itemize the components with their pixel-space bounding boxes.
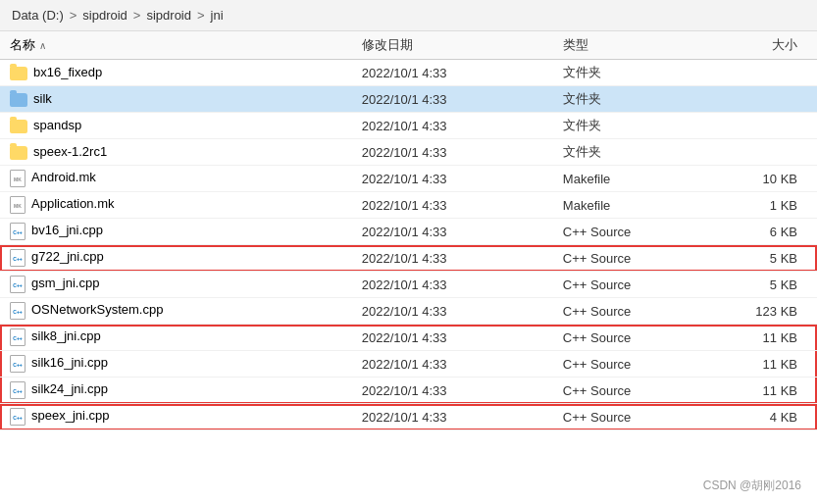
file-size-cell: 123 KB bbox=[716, 298, 817, 325]
file-name-label: bv16_jni.cpp bbox=[31, 223, 103, 237]
file-size-cell bbox=[716, 86, 817, 113]
table-row[interactable]: gsm_jni.cpp2022/10/1 4:33C++ Source5 KB bbox=[0, 272, 817, 298]
mk-icon bbox=[10, 170, 26, 187]
table-row[interactable]: silk16_jni.cpp2022/10/1 4:33C++ Source11… bbox=[0, 351, 817, 378]
file-name-label: silk16_jni.cpp bbox=[31, 355, 108, 370]
table-row[interactable]: silk24_jni.cpp2022/10/1 4:33C++ Source11… bbox=[0, 378, 817, 404]
file-name-label: Android.mk bbox=[31, 170, 96, 184]
file-size-cell bbox=[716, 113, 817, 139]
file-type-cell: C++ Source bbox=[553, 378, 717, 404]
col-header-name[interactable]: 名称 ∧ bbox=[0, 31, 352, 60]
col-header-date[interactable]: 修改日期 bbox=[352, 31, 553, 60]
table-row[interactable]: speex-1.2rc12022/10/1 4:33文件夹 bbox=[0, 139, 817, 166]
file-size-cell bbox=[716, 60, 817, 86]
table-header-row: 名称 ∧ 修改日期 类型 大小 bbox=[0, 31, 817, 60]
file-name-cell: silk8_jni.cpp bbox=[0, 325, 352, 351]
file-type-cell: C++ Source bbox=[553, 219, 717, 245]
breadcrumb-item-sipdroid1[interactable]: sipdroid bbox=[82, 8, 128, 23]
file-size-cell: 5 KB bbox=[716, 245, 817, 272]
file-date-cell: 2022/10/1 4:33 bbox=[352, 298, 553, 325]
file-name-label: g722_jni.cpp bbox=[31, 249, 104, 264]
file-explorer: 名称 ∧ 修改日期 类型 大小 bx16_fixedp2022/10/1 4:3… bbox=[0, 31, 817, 500]
file-date-cell: 2022/10/1 4:33 bbox=[352, 113, 553, 139]
file-date-cell: 2022/10/1 4:33 bbox=[352, 192, 553, 219]
file-date-cell: 2022/10/1 4:33 bbox=[352, 378, 553, 404]
col-header-type[interactable]: 类型 bbox=[553, 31, 717, 60]
file-size-cell: 5 KB bbox=[716, 272, 817, 298]
file-name-cell: spandsp bbox=[0, 113, 352, 139]
file-name-label: speex-1.2rc1 bbox=[33, 144, 107, 159]
file-type-cell: C++ Source bbox=[553, 245, 717, 272]
file-date-cell: 2022/10/1 4:33 bbox=[352, 325, 553, 351]
cpp-icon bbox=[10, 381, 26, 399]
cpp-icon bbox=[10, 302, 26, 320]
file-type-cell: C++ Source bbox=[553, 272, 717, 298]
folder-blue-icon bbox=[10, 93, 27, 107]
file-date-cell: 2022/10/1 4:33 bbox=[352, 404, 553, 430]
table-row[interactable]: bv16_jni.cpp2022/10/1 4:33C++ Source6 KB bbox=[0, 219, 817, 245]
file-date-cell: 2022/10/1 4:33 bbox=[352, 139, 553, 166]
breadcrumb-item-jni[interactable]: jni bbox=[211, 8, 224, 23]
file-type-cell: C++ Source bbox=[553, 404, 717, 430]
file-name-cell: Application.mk bbox=[0, 192, 352, 219]
file-name-label: speex_jni.cpp bbox=[31, 408, 110, 423]
table-row[interactable]: spandsp2022/10/1 4:33文件夹 bbox=[0, 113, 817, 139]
folder-icon bbox=[10, 146, 27, 160]
file-name-cell: silk24_jni.cpp bbox=[0, 378, 352, 404]
file-name-cell: speex-1.2rc1 bbox=[0, 139, 352, 166]
file-name-cell: Android.mk bbox=[0, 166, 352, 192]
table-row[interactable]: g722_jni.cpp2022/10/1 4:33C++ Source5 KB bbox=[0, 245, 817, 272]
file-name-cell: OSNetworkSystem.cpp bbox=[0, 298, 352, 325]
file-name-cell: silk bbox=[0, 86, 352, 113]
file-size-cell: 1 KB bbox=[716, 192, 817, 219]
file-size-cell: 11 KB bbox=[716, 351, 817, 378]
file-name-cell: bv16_jni.cpp bbox=[0, 219, 352, 245]
folder-icon bbox=[10, 120, 27, 133]
file-name-label: bx16_fixedp bbox=[33, 65, 102, 79]
breadcrumb-item-sipdroid2[interactable]: sipdroid bbox=[146, 8, 191, 23]
file-name-cell: gsm_jni.cpp bbox=[0, 272, 352, 298]
file-name-cell: g722_jni.cpp bbox=[0, 245, 352, 272]
file-type-cell: Makefile bbox=[553, 166, 717, 192]
table-row[interactable]: Application.mk2022/10/1 4:33Makefile1 KB bbox=[0, 192, 817, 219]
file-name-label: silk bbox=[33, 91, 52, 106]
cpp-icon bbox=[10, 249, 26, 267]
file-name-label: Application.mk bbox=[31, 196, 115, 211]
cpp-icon bbox=[10, 328, 26, 346]
col-header-size[interactable]: 大小 bbox=[716, 31, 817, 60]
table-row[interactable]: speex_jni.cpp2022/10/1 4:33C++ Source4 K… bbox=[0, 404, 817, 430]
mk-icon bbox=[10, 196, 26, 214]
file-type-cell: 文件夹 bbox=[553, 86, 717, 113]
file-type-cell: C++ Source bbox=[553, 298, 717, 325]
file-name-label: silk24_jni.cpp bbox=[31, 381, 108, 396]
cpp-icon bbox=[10, 223, 26, 240]
cpp-icon bbox=[10, 355, 26, 373]
breadcrumb-sep-3: > bbox=[197, 8, 205, 23]
breadcrumb-item-drive[interactable]: Data (D:) bbox=[12, 8, 64, 23]
file-date-cell: 2022/10/1 4:33 bbox=[352, 166, 553, 192]
folder-icon bbox=[10, 67, 27, 80]
file-type-cell: 文件夹 bbox=[553, 139, 717, 166]
table-row[interactable]: Android.mk2022/10/1 4:33Makefile10 KB bbox=[0, 166, 817, 192]
file-name-cell: bx16_fixedp bbox=[0, 60, 352, 86]
file-date-cell: 2022/10/1 4:33 bbox=[352, 219, 553, 245]
file-type-cell: C++ Source bbox=[553, 351, 717, 378]
file-name-cell: silk16_jni.cpp bbox=[0, 351, 352, 378]
file-name-label: OSNetworkSystem.cpp bbox=[31, 302, 163, 317]
file-type-cell: Makefile bbox=[553, 192, 717, 219]
file-name-label: gsm_jni.cpp bbox=[31, 276, 99, 290]
file-date-cell: 2022/10/1 4:33 bbox=[352, 272, 553, 298]
file-size-cell: 4 KB bbox=[716, 404, 817, 430]
table-row[interactable]: silk8_jni.cpp2022/10/1 4:33C++ Source11 … bbox=[0, 325, 817, 351]
table-row[interactable]: bx16_fixedp2022/10/1 4:33文件夹 bbox=[0, 60, 817, 86]
file-name-cell: speex_jni.cpp bbox=[0, 404, 352, 430]
table-row[interactable]: OSNetworkSystem.cpp2022/10/1 4:33C++ Sou… bbox=[0, 298, 817, 325]
file-date-cell: 2022/10/1 4:33 bbox=[352, 245, 553, 272]
table-row[interactable]: silk2022/10/1 4:33文件夹 bbox=[0, 86, 817, 113]
breadcrumb-bar: Data (D:) > sipdroid > sipdroid > jni bbox=[0, 0, 817, 31]
file-size-cell: 6 KB bbox=[716, 219, 817, 245]
file-size-cell: 10 KB bbox=[716, 166, 817, 192]
watermark: CSDN @胡刚2016 bbox=[703, 478, 801, 494]
file-size-cell: 11 KB bbox=[716, 325, 817, 351]
file-table: 名称 ∧ 修改日期 类型 大小 bx16_fixedp2022/10/1 4:3… bbox=[0, 31, 817, 430]
